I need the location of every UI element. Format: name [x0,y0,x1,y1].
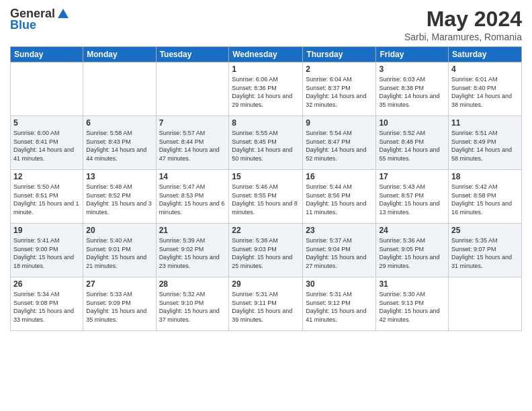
table-row [156,62,229,116]
table-row: 11Sunrise: 5:51 AM Sunset: 8:49 PM Dayli… [449,116,522,170]
table-row: 25Sunrise: 5:35 AM Sunset: 9:07 PM Dayli… [449,224,522,277]
table-row: 2Sunrise: 6:04 AM Sunset: 8:37 PM Daylig… [303,62,376,116]
day-number: 22 [232,226,300,235]
day-info: Sunrise: 5:37 AM Sunset: 9:04 PM Dayligh… [306,236,373,270]
day-info: Sunrise: 5:32 AM Sunset: 9:10 PM Dayligh… [159,290,226,324]
day-number: 21 [159,226,226,235]
table-row: 27Sunrise: 5:33 AM Sunset: 9:09 PM Dayli… [83,277,156,331]
day-info: Sunrise: 5:31 AM Sunset: 9:11 PM Dayligh… [232,290,300,324]
day-number: 24 [379,226,445,235]
table-row: 6Sunrise: 5:58 AM Sunset: 8:43 PM Daylig… [83,116,156,170]
day-number: 16 [306,172,373,181]
table-row: 15Sunrise: 5:46 AM Sunset: 8:55 PM Dayli… [229,170,303,224]
day-info: Sunrise: 5:54 AM Sunset: 8:47 PM Dayligh… [306,129,373,163]
day-number: 14 [159,172,226,181]
table-row: 14Sunrise: 5:47 AM Sunset: 8:53 PM Dayli… [156,170,229,224]
day-number: 17 [379,172,445,181]
table-row: 19Sunrise: 5:41 AM Sunset: 9:00 PM Dayli… [11,224,83,277]
col-thursday: Thursday [303,47,376,62]
day-number: 6 [86,118,152,128]
day-number: 7 [159,118,226,128]
col-saturday: Saturday [449,47,522,62]
logo-icon [56,7,70,21]
day-number: 19 [13,226,80,235]
table-row: 18Sunrise: 5:42 AM Sunset: 8:58 PM Dayli… [449,170,522,224]
day-info: Sunrise: 5:52 AM Sunset: 8:48 PM Dayligh… [379,129,445,163]
day-number: 8 [232,118,300,128]
day-info: Sunrise: 5:42 AM Sunset: 8:58 PM Dayligh… [451,183,519,216]
day-info: Sunrise: 5:41 AM Sunset: 9:00 PM Dayligh… [13,236,80,270]
day-info: Sunrise: 5:33 AM Sunset: 9:09 PM Dayligh… [86,290,152,324]
table-row [11,62,83,116]
table-row: 12Sunrise: 5:50 AM Sunset: 8:51 PM Dayli… [11,170,83,224]
day-info: Sunrise: 5:44 AM Sunset: 8:56 PM Dayligh… [306,183,373,216]
day-info: Sunrise: 5:51 AM Sunset: 8:49 PM Dayligh… [451,129,519,163]
col-sunday: Sunday [11,47,83,62]
day-number: 20 [86,226,152,235]
col-friday: Friday [376,47,449,62]
day-info: Sunrise: 6:06 AM Sunset: 8:36 PM Dayligh… [232,75,300,109]
day-number: 15 [232,172,300,181]
table-row: 8Sunrise: 5:55 AM Sunset: 8:45 PM Daylig… [229,116,303,170]
calendar-header-row: Sunday Monday Tuesday Wednesday Thursday… [11,47,522,62]
table-row: 26Sunrise: 5:34 AM Sunset: 9:08 PM Dayli… [11,277,83,331]
table-row: 31Sunrise: 5:30 AM Sunset: 9:13 PM Dayli… [376,277,449,331]
day-info: Sunrise: 5:57 AM Sunset: 8:44 PM Dayligh… [159,129,226,163]
col-wednesday: Wednesday [229,47,303,62]
day-info: Sunrise: 5:34 AM Sunset: 9:08 PM Dayligh… [13,290,80,324]
day-info: Sunrise: 6:04 AM Sunset: 8:37 PM Dayligh… [306,75,373,109]
day-number: 2 [306,64,373,74]
table-row [83,62,156,116]
header: General Blue May 2024 Sarbi, Maramures, … [10,7,522,42]
svg-marker-0 [58,9,69,18]
table-row: 21Sunrise: 5:39 AM Sunset: 9:02 PM Dayli… [156,224,229,277]
table-row: 23Sunrise: 5:37 AM Sunset: 9:04 PM Dayli… [303,224,376,277]
day-info: Sunrise: 5:39 AM Sunset: 9:02 PM Dayligh… [159,236,226,270]
day-info: Sunrise: 6:03 AM Sunset: 8:38 PM Dayligh… [379,75,445,109]
calendar-week-row: 1Sunrise: 6:06 AM Sunset: 8:36 PM Daylig… [11,62,522,116]
day-number: 29 [232,279,300,289]
day-number: 31 [379,279,445,289]
table-row: 28Sunrise: 5:32 AM Sunset: 9:10 PM Dayli… [156,277,229,331]
day-number: 11 [451,118,519,128]
day-number: 18 [451,172,519,181]
logo-blue: Blue [10,18,36,32]
calendar-week-row: 26Sunrise: 5:34 AM Sunset: 9:08 PM Dayli… [11,277,522,331]
day-number: 1 [232,64,300,74]
day-number: 5 [13,118,80,128]
day-info: Sunrise: 5:38 AM Sunset: 9:03 PM Dayligh… [232,236,300,270]
col-tuesday: Tuesday [156,47,229,62]
day-info: Sunrise: 5:50 AM Sunset: 8:51 PM Dayligh… [13,183,80,216]
day-number: 28 [159,279,226,289]
table-row: 29Sunrise: 5:31 AM Sunset: 9:11 PM Dayli… [229,277,303,331]
day-info: Sunrise: 5:48 AM Sunset: 8:52 PM Dayligh… [86,183,152,216]
table-row: 16Sunrise: 5:44 AM Sunset: 8:56 PM Dayli… [303,170,376,224]
table-row: 9Sunrise: 5:54 AM Sunset: 8:47 PM Daylig… [303,116,376,170]
day-number: 10 [379,118,445,128]
day-number: 3 [379,64,445,74]
location-subtitle: Sarbi, Maramures, Romania [404,32,522,42]
day-number: 23 [306,226,373,235]
day-number: 13 [86,172,152,181]
title-block: May 2024 Sarbi, Maramures, Romania [404,7,522,42]
day-info: Sunrise: 5:46 AM Sunset: 8:55 PM Dayligh… [232,183,300,216]
table-row [449,277,522,331]
day-info: Sunrise: 5:43 AM Sunset: 8:57 PM Dayligh… [379,183,445,216]
table-row: 10Sunrise: 5:52 AM Sunset: 8:48 PM Dayli… [376,116,449,170]
table-row: 30Sunrise: 5:31 AM Sunset: 9:12 PM Dayli… [303,277,376,331]
table-row: 24Sunrise: 5:36 AM Sunset: 9:05 PM Dayli… [376,224,449,277]
day-number: 30 [306,279,373,289]
day-number: 27 [86,279,152,289]
day-info: Sunrise: 6:00 AM Sunset: 8:41 PM Dayligh… [13,129,80,163]
day-info: Sunrise: 5:36 AM Sunset: 9:05 PM Dayligh… [379,236,445,270]
page: General Blue May 2024 Sarbi, Maramures, … [0,0,532,411]
day-info: Sunrise: 5:40 AM Sunset: 9:01 PM Dayligh… [86,236,152,270]
table-row: 4Sunrise: 6:01 AM Sunset: 8:40 PM Daylig… [449,62,522,116]
month-year-title: May 2024 [404,7,522,32]
logo: General Blue [10,7,70,32]
col-monday: Monday [83,47,156,62]
day-number: 12 [13,172,80,181]
calendar-table: Sunday Monday Tuesday Wednesday Thursday… [10,46,522,331]
day-info: Sunrise: 5:35 AM Sunset: 9:07 PM Dayligh… [451,236,519,270]
table-row: 20Sunrise: 5:40 AM Sunset: 9:01 PM Dayli… [83,224,156,277]
